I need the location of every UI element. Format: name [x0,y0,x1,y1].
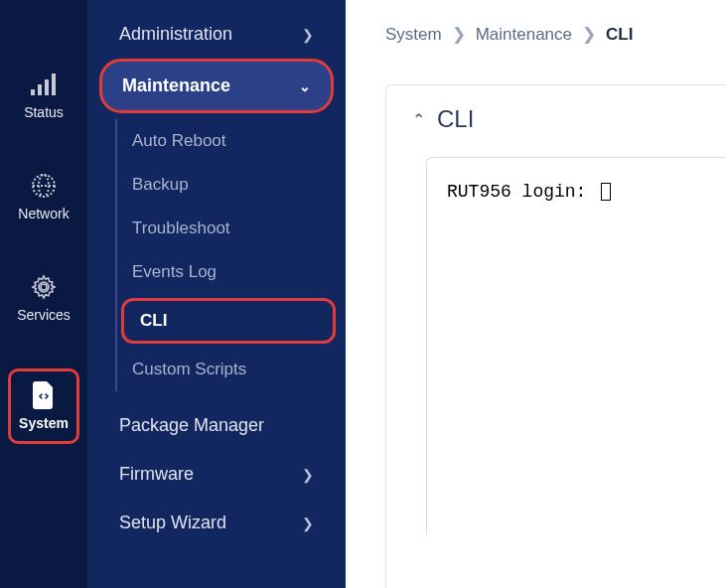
nav-rail-item-status[interactable]: Status [8,65,79,126]
chevron-right-icon: ❯ [582,24,596,45]
nav-rail-item-services[interactable]: Services [8,267,79,329]
subnav-item-maintenance[interactable]: Maintenance ⌄ [99,59,334,113]
nav-rail-label: Network [18,206,69,221]
nav-rail-item-system[interactable]: System [8,368,79,444]
svg-rect-0 [31,89,35,95]
submenu-item-cli[interactable]: CLI [121,298,336,344]
svg-point-5 [39,175,49,197]
chevron-right-icon: ❯ [302,27,314,43]
subnav-item-administration[interactable]: Administration ❯ [99,10,334,59]
main-content: System ❯ Maintenance ❯ CLI ⌃ CLI RUT956 … [346,0,726,588]
svg-rect-3 [52,74,56,95]
terminal-prompt: RUT956 login: [447,182,597,202]
breadcrumb-part[interactable]: Maintenance [476,25,572,45]
gear-icon [30,273,58,301]
panel-title: CLI [437,105,474,133]
chevron-up-icon: ⌃ [412,110,425,129]
nav-rail: Status Network Services System [0,0,87,588]
chevron-right-icon: ❯ [452,24,466,45]
globe-icon [30,172,58,200]
svg-rect-1 [38,84,42,95]
subnav: Administration ❯ Maintenance ⌄ Auto Rebo… [87,0,346,588]
nav-rail-label: Status [24,104,64,120]
chevron-right-icon: ❯ [302,515,314,531]
subnav-label: Administration [119,24,232,45]
subnav-item-setup-wizard[interactable]: Setup Wizard ❯ [99,499,334,547]
nav-rail-item-network[interactable]: Network [8,166,79,227]
cli-terminal[interactable]: RUT956 login: [426,157,726,534]
submenu-item-troubleshoot[interactable]: Troubleshoot [115,207,336,250]
terminal-cursor [601,183,611,201]
panel-header[interactable]: ⌃ CLI [412,105,726,133]
svg-rect-2 [45,79,49,95]
submenu-maintenance: Auto Reboot Backup Troubleshoot Events L… [115,119,336,391]
breadcrumb: System ❯ Maintenance ❯ CLI [385,24,726,45]
subnav-label: Setup Wizard [119,513,226,533]
submenu-item-backup[interactable]: Backup [115,163,336,207]
subnav-item-package-manager[interactable]: Package Manager [99,401,334,450]
breadcrumb-part[interactable]: System [385,25,442,45]
svg-point-4 [33,175,55,197]
signal-icon [30,71,58,98]
submenu-item-auto-reboot[interactable]: Auto Reboot [115,119,336,163]
nav-rail-label: Services [17,307,71,323]
subnav-label: Maintenance [122,75,230,96]
subnav-label: Package Manager [119,415,264,436]
subnav-label: Firmware [119,464,194,485]
submenu-item-custom-scripts[interactable]: Custom Scripts [115,348,336,391]
breadcrumb-current: CLI [606,25,633,45]
nav-rail-label: System [19,415,69,431]
chevron-down-icon: ⌄ [299,78,311,94]
cli-panel: ⌃ CLI RUT956 login: [385,84,726,588]
file-code-icon [30,381,58,409]
chevron-right-icon: ❯ [302,467,314,483]
subnav-item-firmware[interactable]: Firmware ❯ [99,450,334,499]
submenu-item-events-log[interactable]: Events Log [115,250,336,294]
